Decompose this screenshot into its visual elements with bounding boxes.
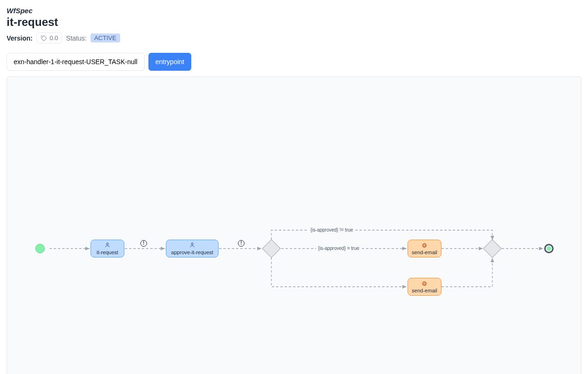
- error-icon[interactable]: !: [140, 240, 147, 247]
- task-send-email-2[interactable]: ⚙ send-email: [408, 278, 441, 296]
- gateway-join[interactable]: [486, 242, 499, 255]
- user-task-icon: [105, 242, 110, 249]
- task-label: approve-it-request: [171, 249, 213, 256]
- status-badge: ACTIVE: [90, 33, 120, 42]
- edges-layer: [7, 77, 581, 374]
- task-it-request[interactable]: it-request: [90, 240, 124, 258]
- task-label: it-request: [97, 249, 118, 256]
- tag-icon: [41, 35, 47, 42]
- user-task-icon: [189, 242, 195, 249]
- version-chip[interactable]: 0.0: [36, 33, 62, 43]
- svg-point-0: [42, 37, 43, 37]
- meta-row: Version: 0.0 Status: ACTIVE: [7, 33, 581, 43]
- gateway-diamond-icon: [262, 239, 281, 258]
- task-approve-it-request[interactable]: approve-it-request: [166, 240, 219, 258]
- start-event[interactable]: [35, 244, 45, 253]
- task-send-email-1[interactable]: ⚙ send-email: [408, 240, 441, 258]
- diagram-canvas[interactable]: it-request ! approve-it-request ! {is-ap…: [7, 76, 581, 374]
- svg-point-9: [191, 243, 193, 245]
- gateway-split[interactable]: [265, 242, 278, 255]
- end-circle-icon: [544, 244, 554, 253]
- task-label: send-email: [412, 288, 437, 294]
- service-task-icon: ⚙: [422, 281, 427, 287]
- error-icon[interactable]: !: [238, 240, 245, 247]
- page-title: it-request: [7, 16, 581, 29]
- task-label: send-email: [412, 249, 437, 256]
- edge-label-not-approved: {is-approved} != true: [309, 227, 355, 233]
- end-event[interactable]: [544, 244, 554, 253]
- version-value: 0.0: [49, 34, 58, 42]
- status-label: Status:: [66, 34, 87, 42]
- version-label: Version:: [7, 34, 33, 42]
- tab-exn-handler[interactable]: exn-handler-1-it-request-USER_TASK-null: [7, 53, 145, 71]
- service-task-icon: ⚙: [422, 242, 427, 249]
- tabs-row: exn-handler-1-it-request-USER_TASK-null …: [7, 53, 581, 71]
- start-circle-icon: [35, 244, 45, 253]
- breadcrumb[interactable]: WfSpec: [7, 7, 581, 15]
- svg-point-8: [106, 243, 108, 245]
- gateway-diamond-icon: [483, 239, 502, 258]
- edge-label-approved: {is-approved} = true: [316, 245, 361, 251]
- tab-entrypoint[interactable]: entrypoint: [148, 53, 191, 71]
